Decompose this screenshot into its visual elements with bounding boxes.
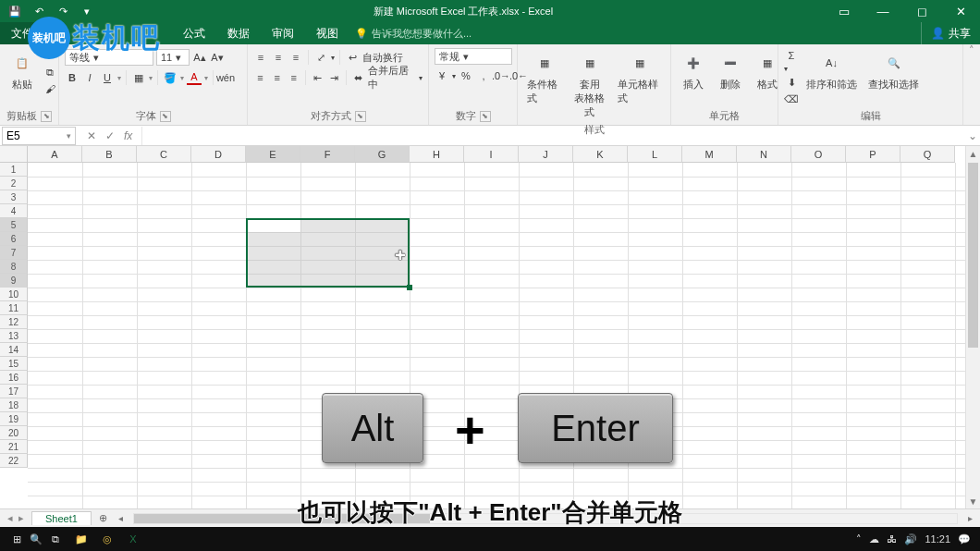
phonetic-icon[interactable]: wén [218, 70, 233, 85]
row-header-11[interactable]: 11 [0, 301, 28, 315]
chevron-down-icon[interactable]: ▾ [452, 72, 456, 80]
active-cell[interactable] [248, 220, 300, 232]
spreadsheet-grid[interactable]: ABCDEFGHIJKLMNOPQ 1234567891011121314151… [0, 146, 980, 508]
row-header-15[interactable]: 15 [0, 357, 28, 371]
fx-icon[interactable]: fx [124, 129, 132, 142]
collapse-ribbon-icon[interactable]: ˄ [963, 44, 980, 125]
row-header-14[interactable]: 14 [0, 343, 28, 357]
row-header-4[interactable]: 4 [0, 204, 28, 218]
align-bottom-icon[interactable]: ≡ [288, 50, 303, 65]
number-format-combo[interactable]: 常规▾ [435, 48, 512, 65]
chevron-down-icon[interactable]: ▾ [180, 74, 184, 82]
row-header-8[interactable]: 8 [0, 260, 28, 274]
comma-format-icon[interactable]: , [476, 68, 491, 83]
row-header-18[interactable]: 18 [0, 398, 28, 412]
row-header-12[interactable]: 12 [0, 315, 28, 329]
row-header-7[interactable]: 7 [0, 246, 28, 260]
tell-me-search[interactable]: 💡 告诉我您想要做什么... [349, 22, 472, 44]
column-header-H[interactable]: H [410, 146, 464, 163]
percent-format-icon[interactable]: % [459, 68, 473, 83]
row-header-10[interactable]: 10 [0, 288, 28, 301]
tray-chevron-icon[interactable]: ˄ [856, 533, 862, 545]
vscroll-thumb[interactable] [968, 163, 978, 348]
row-header-6[interactable]: 6 [0, 232, 28, 246]
task-view-icon[interactable]: ⧉ [43, 528, 68, 550]
column-header-L[interactable]: L [628, 146, 682, 163]
align-right-icon[interactable]: ≡ [287, 70, 300, 85]
column-header-M[interactable]: M [682, 146, 737, 163]
increase-font-icon[interactable]: A▴ [192, 50, 207, 65]
share-button[interactable]: 👤 共享 [921, 22, 980, 44]
bold-button[interactable]: B [65, 70, 80, 85]
chevron-down-icon[interactable]: ▾ [419, 74, 423, 82]
cancel-formula-icon[interactable]: ✕ [87, 129, 96, 142]
tab-formulas[interactable]: 公式 [172, 22, 216, 44]
row-header-13[interactable]: 13 [0, 329, 28, 343]
vertical-scrollbar[interactable]: ▲ ▼ [965, 146, 980, 508]
scroll-up-icon[interactable]: ▲ [966, 146, 980, 161]
decrease-font-icon[interactable]: A▾ [210, 50, 225, 65]
volume-icon[interactable]: 🔊 [904, 533, 917, 545]
column-header-Q[interactable]: Q [900, 146, 955, 163]
font-color-icon[interactable]: A [187, 70, 202, 85]
column-header-F[interactable]: F [300, 146, 355, 163]
delete-cells-button[interactable]: ➖删除 [714, 48, 747, 93]
align-middle-icon[interactable]: ≡ [271, 50, 286, 65]
format-painter-icon[interactable]: 🖌 [43, 81, 57, 96]
find-select-button[interactable]: 🔍查找和选择 [864, 48, 923, 93]
minimize-button[interactable]: — [864, 0, 902, 22]
formula-input[interactable] [141, 127, 965, 145]
column-header-D[interactable]: D [191, 146, 246, 163]
increase-indent-icon[interactable]: ⇥ [327, 70, 341, 85]
chrome-icon[interactable]: ◎ [94, 528, 120, 550]
fill-handle[interactable] [407, 285, 412, 290]
column-header-I[interactable]: I [464, 146, 519, 163]
align-left-icon[interactable]: ≡ [253, 70, 267, 85]
chevron-down-icon[interactable]: ▾ [117, 74, 121, 82]
align-center-icon[interactable]: ≡ [270, 70, 284, 85]
conditional-format-button[interactable]: ▦条件格式 [523, 48, 565, 107]
underline-button[interactable]: U [100, 70, 115, 85]
align-top-icon[interactable]: ≡ [253, 50, 268, 65]
cells-area[interactable]: ✚ [28, 163, 965, 508]
column-header-J[interactable]: J [519, 146, 573, 163]
tab-review[interactable]: 审阅 [261, 22, 305, 44]
expand-formula-bar-icon[interactable]: ⌄ [965, 129, 980, 142]
row-header-22[interactable]: 22 [0, 454, 28, 468]
align-launcher-icon[interactable]: ⬊ [355, 111, 366, 122]
sort-filter-button[interactable]: A↓排序和筛选 [802, 48, 861, 93]
clipboard-launcher-icon[interactable]: ⬊ [41, 111, 52, 122]
row-header-17[interactable]: 17 [0, 385, 28, 398]
chevron-down-icon[interactable]: ▾ [204, 74, 208, 82]
search-icon[interactable]: 🔍 [30, 533, 43, 545]
border-icon[interactable]: ▦ [131, 70, 146, 85]
tab-view[interactable]: 视图 [305, 22, 349, 44]
column-header-E[interactable]: E [246, 146, 300, 163]
row-header-16[interactable]: 16 [0, 371, 28, 385]
wrap-text-button[interactable]: 自动换行 [362, 51, 403, 65]
fill-icon[interactable]: ⬇ [784, 75, 799, 90]
increase-decimal-icon[interactable]: .0→ [494, 68, 508, 83]
column-header-B[interactable]: B [82, 146, 137, 163]
number-launcher-icon[interactable]: ⬊ [480, 111, 491, 122]
column-header-N[interactable]: N [737, 146, 791, 163]
name-box[interactable]: E5 ▾ [2, 127, 76, 145]
clear-icon[interactable]: ⌫ [784, 92, 799, 106]
font-size-combo[interactable]: 11▾ [156, 49, 190, 66]
network-icon[interactable]: 🖧 [887, 533, 897, 545]
chevron-down-icon[interactable]: ▾ [784, 65, 799, 73]
row-header-1[interactable]: 1 [0, 163, 28, 177]
row-header-9[interactable]: 9 [0, 274, 28, 288]
row-header-3[interactable]: 3 [0, 190, 28, 204]
orientation-icon[interactable]: ⤢ [313, 50, 328, 65]
table-format-button[interactable]: ▦套用 表格格式 [569, 48, 610, 121]
row-header-21[interactable]: 21 [0, 440, 28, 454]
file-explorer-icon[interactable]: 📁 [68, 528, 94, 550]
chevron-down-icon[interactable]: ▾ [331, 54, 335, 62]
start-button[interactable]: ⊞ [4, 528, 30, 550]
insert-cells-button[interactable]: ➕插入 [677, 48, 710, 93]
tab-data[interactable]: 数据 [216, 22, 261, 44]
save-icon[interactable]: 💾 [6, 2, 24, 20]
column-header-C[interactable]: C [137, 146, 191, 163]
fill-color-icon[interactable]: 🪣 [163, 70, 178, 85]
